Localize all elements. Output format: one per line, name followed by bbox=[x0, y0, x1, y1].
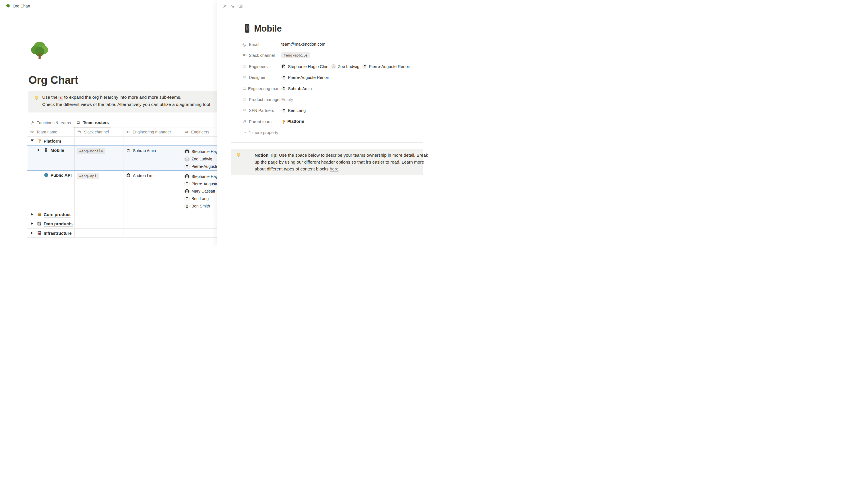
crane-icon bbox=[281, 120, 286, 124]
breadcrumb-page-title[interactable]: Org Chart bbox=[13, 4, 30, 8]
hammer-icon bbox=[30, 121, 35, 125]
property-label-designer[interactable]: Designer bbox=[242, 75, 281, 80]
globe-icon bbox=[44, 172, 49, 178]
minidisc-icon bbox=[37, 221, 42, 226]
notion-app: Org Chart Org Chart Use theto expand the… bbox=[0, 0, 434, 246]
people-icon bbox=[126, 129, 131, 134]
team-page-link[interactable]: Mobile bbox=[50, 148, 64, 153]
light-bulb-icon bbox=[34, 95, 40, 101]
cell-manager-empty[interactable] bbox=[123, 136, 182, 146]
person-name: Pierre-Auguste Renoir bbox=[288, 75, 329, 80]
column-header-slack-channel[interactable]: Slack channel bbox=[75, 127, 123, 136]
tab-functions-and-teams[interactable]: Functions & teams bbox=[27, 118, 73, 127]
property-label-email[interactable]: @Email bbox=[242, 42, 281, 47]
property-row-engineering-manager: Engineering man... Sohrab Amin bbox=[217, 85, 434, 92]
person-chip[interactable]: Sohrab Amin bbox=[281, 86, 312, 91]
speech-bubbles-icon bbox=[242, 53, 247, 58]
property-row-product-manager: Product manager Empty bbox=[217, 95, 434, 103]
team-page-link[interactable]: Public API bbox=[50, 172, 72, 178]
team-page-link[interactable]: Infrastructure bbox=[44, 231, 72, 236]
expand-toggle-icon[interactable] bbox=[31, 213, 34, 216]
cell-engineering-manager[interactable]: Sohrab Amin bbox=[123, 146, 182, 170]
person-name: Ben Lang bbox=[191, 196, 209, 201]
cell-slack-channel[interactable]: #eng-mobile bbox=[75, 146, 123, 170]
column-header-team-name[interactable]: Aa Team name bbox=[27, 127, 75, 136]
avatar bbox=[184, 196, 190, 201]
parent-team-link[interactable]: Platform bbox=[281, 119, 304, 124]
tab-label: Team rosters bbox=[83, 120, 109, 125]
cell-slack-empty[interactable] bbox=[75, 136, 123, 146]
person-name: Pierre-Auguste Renoir bbox=[369, 64, 410, 69]
team-page-link[interactable]: Core product bbox=[44, 212, 70, 217]
cell-slack-channel[interactable]: #eng-api bbox=[75, 171, 123, 210]
notion-tip-text: Notion Tip: Use the space below to descr… bbox=[255, 149, 432, 172]
slack-channel-tag[interactable]: #eng-mobile bbox=[281, 52, 310, 58]
text-type-icon: Aa bbox=[29, 130, 35, 134]
person-name: Sohrab Amin bbox=[133, 148, 156, 153]
person-chip[interactable]: Pierre-Auguste Renoir bbox=[362, 64, 410, 69]
speech-bubbles-icon bbox=[77, 129, 82, 134]
person-chip[interactable]: Pierre-Auguste Renoir bbox=[281, 75, 329, 80]
property-label-engineering-manager[interactable]: Engineering man... bbox=[242, 86, 281, 91]
avatar bbox=[184, 203, 190, 209]
cell-engineering-manager[interactable]: Andrea Lim bbox=[123, 171, 182, 210]
avatar bbox=[362, 64, 367, 69]
column-label: Team name bbox=[37, 130, 58, 134]
close-peek-chevrons-icon[interactable] bbox=[223, 4, 227, 8]
cell-manager-empty[interactable] bbox=[123, 219, 182, 229]
cell-slack-empty[interactable] bbox=[75, 219, 123, 229]
slack-channel-tag: #eng-mobile bbox=[77, 148, 105, 154]
expand-toggle-icon[interactable] bbox=[38, 149, 41, 151]
cell-slack-empty[interactable] bbox=[75, 229, 123, 237]
column-label: Engineering manager bbox=[133, 130, 171, 134]
avatar bbox=[184, 181, 190, 187]
toggle-play-icon bbox=[58, 96, 63, 101]
collapse-toggle-icon[interactable] bbox=[31, 140, 34, 142]
cell-manager-empty[interactable] bbox=[123, 229, 182, 237]
person-name: Zoe Ludwig bbox=[191, 157, 212, 161]
property-row-slack-channel: Slack channel #eng-mobile bbox=[217, 51, 434, 59]
panel-page-icon-phone[interactable] bbox=[242, 23, 252, 34]
property-label-parent-team[interactable]: Parent team bbox=[242, 120, 281, 124]
email-link[interactable]: team@makenotion.com bbox=[281, 42, 325, 47]
panel-page-title[interactable]: Mobile bbox=[254, 23, 281, 34]
slack-channel-tag: #eng-api bbox=[77, 173, 99, 179]
team-page-link[interactable]: Data products bbox=[44, 221, 72, 227]
property-label-xfn-partners[interactable]: XFN Partners bbox=[242, 108, 281, 113]
person-chip[interactable]: Zoe Ludwig bbox=[331, 64, 359, 69]
avatar bbox=[281, 108, 286, 113]
people-icon bbox=[242, 75, 247, 80]
cell-manager-empty[interactable] bbox=[123, 210, 182, 219]
side-peek-mode-icon[interactable] bbox=[238, 4, 243, 8]
cell-slack-empty[interactable] bbox=[75, 210, 123, 219]
empty-value[interactable]: Empty bbox=[281, 97, 293, 102]
avatar bbox=[126, 148, 131, 153]
expand-toggle-icon[interactable] bbox=[31, 222, 34, 225]
expand-toggle-icon[interactable] bbox=[31, 232, 34, 234]
property-row-email: @Email team@makenotion.com bbox=[217, 40, 434, 48]
person-chip[interactable]: Ben Lang bbox=[281, 108, 306, 113]
team-page-link[interactable]: Platform bbox=[44, 138, 61, 144]
avatar bbox=[184, 164, 190, 169]
light-bulb-icon bbox=[236, 152, 241, 158]
people-icon bbox=[242, 64, 247, 69]
notion-tip-callout: Notion Tip: Use the space below to descr… bbox=[231, 149, 423, 175]
here-link[interactable]: here bbox=[330, 167, 339, 172]
package-icon bbox=[37, 212, 42, 217]
property-label-product-manager[interactable]: Product manager bbox=[242, 97, 281, 102]
tab-team-rosters[interactable]: Team rosters bbox=[73, 118, 111, 127]
breadcrumb[interactable]: Org Chart bbox=[6, 3, 30, 8]
property-label-engineers[interactable]: Engineers bbox=[242, 64, 281, 69]
page-icon-tree[interactable] bbox=[29, 40, 50, 61]
at-icon: @ bbox=[242, 42, 248, 46]
more-properties-row[interactable]: 1 more property bbox=[217, 129, 434, 136]
more-properties-label: 1 more property bbox=[249, 130, 278, 135]
expand-page-icon[interactable] bbox=[230, 4, 235, 8]
view-tabs: Functions & teams Team rosters bbox=[27, 118, 111, 127]
property-label-slack[interactable]: Slack channel bbox=[242, 53, 281, 58]
person-name: Ben Lang bbox=[288, 108, 306, 113]
person-name: Stephanie Hagio Chin bbox=[288, 64, 329, 69]
column-header-engineering-manager[interactable]: Engineering manager bbox=[123, 127, 182, 136]
column-label: Engineers bbox=[191, 130, 209, 134]
person-chip[interactable]: Stephanie Hagio Chin bbox=[281, 64, 329, 69]
